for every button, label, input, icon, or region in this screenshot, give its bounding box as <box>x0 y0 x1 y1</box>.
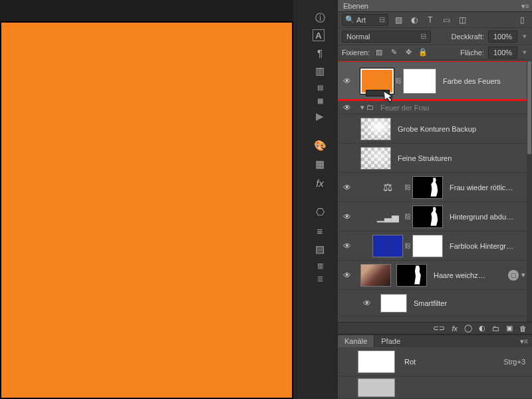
layer-row[interactable]: 👁 ⛓ Farbe des Feuers <box>338 61 532 101</box>
channel-name[interactable]: Rot <box>404 358 503 366</box>
lock-all-icon[interactable]: 🔒 <box>418 48 428 57</box>
layer-row[interactable]: 👁 ⛓ Farblook Hintergr… <box>338 231 532 261</box>
visibility-toggle[interactable]: 👁 <box>338 271 356 280</box>
link-icon[interactable]: ⛓ <box>403 213 412 220</box>
layer-name[interactable]: Grobe Konturen Backup <box>398 125 532 133</box>
filter-toggle-icon[interactable]: ▯ <box>516 14 528 26</box>
panel-icon-c[interactable]: ▤ <box>313 242 327 257</box>
layer-name[interactable]: Hintergrund abdu… <box>450 213 532 221</box>
layer-mask-thumbnail[interactable] <box>412 235 443 257</box>
document-area <box>0 0 293 399</box>
visibility-toggle[interactable]: 👁 <box>338 76 356 86</box>
lock-position-icon[interactable]: ✥ <box>403 48 414 57</box>
layer-list: 👁 ⛓ Farbe des Feuers 👁 ▾ 🗀 Feuer der Fra… <box>338 61 532 322</box>
paragraph-icon[interactable]: ¶ <box>313 45 327 60</box>
layer-row[interactable]: 👁 ▁▃▅ ⛓ Hintergrund abdu… <box>338 202 532 231</box>
layer-thumbnail[interactable] <box>360 147 391 170</box>
blend-mode-dropdown[interactable]: Normal ⊟ <box>342 31 431 43</box>
layer-name[interactable]: Feine Strukturen <box>398 154 532 162</box>
panel-icon-b[interactable]: ▦ <box>313 96 327 105</box>
layer-name[interactable]: Smartfilter <box>414 299 532 307</box>
canvas[interactable] <box>0 21 293 399</box>
opacity-field[interactable]: 100% <box>488 31 517 43</box>
layer-mask-thumbnail[interactable] <box>396 264 427 287</box>
filter-adjust-icon[interactable]: ◐ <box>408 14 420 26</box>
fx-icon[interactable]: fx <box>452 325 458 332</box>
layer-row[interactable]: Grobe Konturen Backup <box>338 114 532 144</box>
filter-kind-label: Art <box>356 16 366 24</box>
lock-pixels-icon[interactable]: ✎ <box>388 48 399 57</box>
tab-channels[interactable]: Kanäle <box>338 335 374 347</box>
channel-row[interactable]: Rot Strg+3 <box>338 347 532 376</box>
collapsed-panel-strip: ⓘ A ¶ ▥ ▤ ▦ ▶ 🎨 ▦ fx ⎔ ≡ ▤ ▥ ☰ <box>313 7 331 287</box>
adjustment-icon[interactable]: ◐ <box>479 324 485 332</box>
layer-thumbnail[interactable] <box>360 118 391 140</box>
lock-transparency-icon[interactable]: ▨ <box>374 48 384 57</box>
brush-icon[interactable]: ⎔ <box>313 205 327 219</box>
adjustment-icon[interactable]: ▁▃▅ <box>372 205 403 228</box>
chevron-down-icon[interactable]: ▾ <box>521 48 528 57</box>
link-icon[interactable]: ⛓ <box>403 184 412 191</box>
adjustment-icon[interactable]: ⚖ <box>372 176 403 199</box>
folder-open-icon[interactable]: ▾ 🗀 <box>360 103 374 112</box>
layers-tab[interactable]: Ebenen ▾≡ <box>338 0 532 12</box>
new-layer-icon[interactable]: ▣ <box>506 324 513 332</box>
channel-thumbnail[interactable] <box>358 378 395 397</box>
channels-panel: Kanäle Pfade ▾≡ Rot Strg+3 <box>338 334 532 399</box>
visibility-toggle[interactable]: 👁 <box>338 103 356 112</box>
channel-thumbnail[interactable] <box>358 350 395 373</box>
smart-object-badge: ▢ <box>508 270 519 281</box>
filter-type-icon[interactable]: T <box>424 14 436 26</box>
visibility-toggle[interactable]: 👁 <box>338 212 356 221</box>
panel-icon-a[interactable]: ▤ <box>313 82 327 92</box>
filter-kind-dropdown[interactable]: 🔍 Art ⊟ <box>342 14 388 26</box>
visibility-toggle[interactable]: 👁 <box>338 183 356 192</box>
mask-icon[interactable]: ◯ <box>464 324 472 332</box>
layer-name[interactable]: Frau wieder rötlic… <box>450 184 532 192</box>
blend-row: Normal ⊟ Deckkraft: 100% ▾ <box>338 28 532 45</box>
play-icon[interactable]: ▶ <box>313 109 327 124</box>
visibility-toggle[interactable]: 👁 <box>338 241 356 251</box>
layer-thumbnail[interactable] <box>360 264 391 287</box>
layer-thumbnail[interactable] <box>372 235 403 257</box>
swatches-icon[interactable]: 🎨 <box>313 138 327 153</box>
link-icon[interactable]: ⛓ <box>403 242 412 249</box>
layer-mask-thumbnail[interactable] <box>412 176 443 199</box>
info-icon[interactable]: ⓘ <box>313 11 327 25</box>
layer-row[interactable]: 👁 ▾ 🗀 Feuer der Frau <box>338 101 532 114</box>
filter-pixel-icon[interactable]: ▧ <box>392 14 404 26</box>
fx-icon[interactable]: fx <box>313 176 327 190</box>
layer-row[interactable]: 👁 Haare weichz… ▢ ▾ <box>338 261 532 290</box>
filter-shape-icon[interactable]: ▭ <box>440 14 452 26</box>
panel-menu-icon[interactable]: ▾≡ <box>521 2 529 11</box>
blend-mode-label: Normal <box>346 33 370 41</box>
grid-icon[interactable]: ▦ <box>313 157 327 172</box>
layer-row[interactable]: 👁 Smartfilter <box>338 290 532 317</box>
link-icon[interactable]: ⛓ <box>394 77 403 84</box>
fill-field[interactable]: 100% <box>488 47 517 59</box>
ruler-icon[interactable]: ≡ <box>313 223 327 238</box>
visibility-toggle[interactable]: 👁 <box>358 299 376 308</box>
character-icon[interactable]: A <box>313 29 325 41</box>
tab-paths[interactable]: Pfade <box>374 335 407 347</box>
layer-name[interactable]: Farblook Hintergr… <box>450 242 532 250</box>
chevron-down-icon[interactable]: ▾ <box>521 32 528 41</box>
link-layers-icon[interactable]: ⊂⊃ <box>433 324 445 332</box>
delete-icon[interactable]: 🗑 <box>519 325 527 332</box>
layers-thumb-icon[interactable]: ▥ <box>313 64 327 78</box>
layer-mask-thumbnail[interactable] <box>412 205 443 228</box>
filter-smart-icon[interactable]: ◫ <box>456 14 468 26</box>
layer-row[interactable]: 👁 ⚖ ⛓ Frau wieder rötlic… <box>338 173 532 202</box>
layer-thumbnail[interactable] <box>360 68 394 94</box>
filter-mask-thumbnail[interactable] <box>380 294 407 313</box>
panel-icon-e[interactable]: ☰ <box>313 274 327 283</box>
scrollbar-thumb[interactable] <box>527 61 531 154</box>
layer-mask-thumbnail[interactable] <box>403 68 436 94</box>
channel-row[interactable] <box>338 376 532 399</box>
layer-name[interactable]: Farbe des Feuers <box>443 77 532 85</box>
layer-name[interactable]: Feuer der Frau <box>380 104 532 112</box>
panel-icon-d[interactable]: ▥ <box>313 261 327 270</box>
panel-menu-icon[interactable]: ▾≡ <box>516 335 532 347</box>
layer-row[interactable]: Feine Strukturen <box>338 144 532 173</box>
group-icon[interactable]: 🗀 <box>492 325 499 332</box>
